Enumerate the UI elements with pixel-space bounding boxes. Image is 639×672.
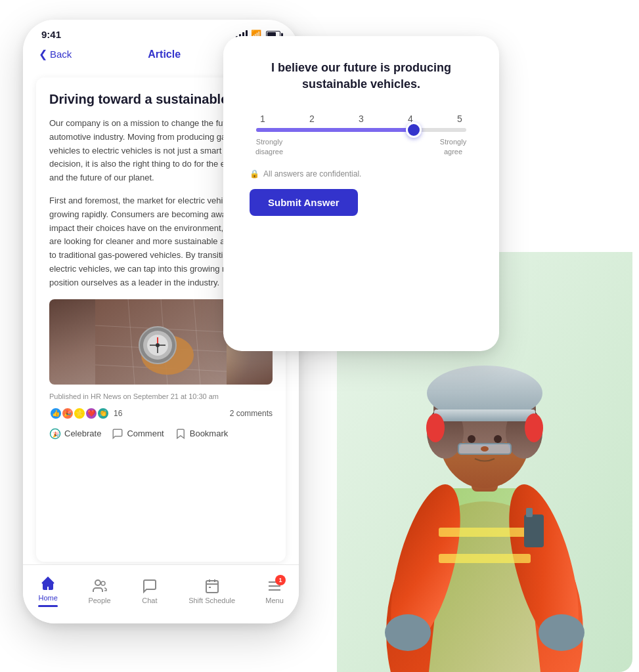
home-icon — [39, 575, 56, 592]
bottom-nav: Home People — [23, 564, 299, 623]
reaction-fire: 🎉 — [61, 407, 74, 420]
comment-count: 2 comments — [230, 409, 273, 418]
nav-item-home[interactable]: Home — [38, 575, 58, 607]
article-meta: Published in HR News on September 21 at … — [49, 392, 273, 400]
nav-item-people[interactable]: People — [88, 578, 110, 604]
svg-text:🎉: 🎉 — [53, 430, 60, 438]
svg-point-18 — [468, 435, 475, 443]
chat-icon — [141, 578, 158, 595]
svg-rect-14 — [434, 410, 535, 421]
svg-point-40 — [156, 343, 160, 347]
scale-label-min: Strongly disagree — [250, 137, 289, 156]
comment-icon — [112, 428, 123, 440]
reaction-badges: 👍 🎉 ⭐ ❤️ 👏 — [49, 407, 110, 420]
survey-slider-track[interactable] — [256, 128, 466, 132]
scale-num-2: 2 — [305, 114, 319, 124]
nav-active-indicator — [38, 605, 58, 607]
back-label: Back — [50, 49, 72, 60]
nav-shift-label: Shift Schedule — [188, 597, 235, 604]
scale-num-5: 5 — [453, 114, 466, 124]
back-button[interactable]: ❮ Back — [39, 48, 72, 60]
svg-rect-21 — [439, 528, 531, 537]
svg-point-43 — [95, 580, 100, 585]
slider-fill — [256, 128, 414, 132]
svg-point-44 — [101, 581, 105, 585]
status-time: 9:41 — [41, 29, 61, 40]
scale-numbers: 1 2 3 4 5 — [250, 114, 473, 124]
scale-num-1: 1 — [256, 114, 269, 124]
nav-item-shift[interactable]: Shift Schedule — [188, 578, 235, 604]
nav-item-chat[interactable]: Chat — [141, 578, 158, 604]
shift-schedule-icon — [204, 578, 221, 595]
comment-label: Comment — [127, 429, 164, 438]
scene: I believe our future is producing sustai… — [0, 0, 639, 672]
celebrate-icon: 🎉 — [49, 428, 61, 440]
menu-icon: 1 — [266, 578, 283, 595]
people-icon — [91, 578, 108, 595]
scale-num-3: 3 — [355, 114, 368, 124]
svg-rect-24 — [526, 508, 533, 517]
bookmark-label: Bookmark — [190, 429, 229, 438]
svg-point-6 — [539, 614, 584, 651]
reaction-heart: ❤️ — [85, 407, 98, 420]
bookmark-button[interactable]: Bookmark — [175, 428, 229, 440]
slider-thumb[interactable] — [406, 122, 422, 138]
survey-question: I believe our future is producing sustai… — [250, 60, 473, 93]
svg-point-20 — [481, 446, 489, 452]
reaction-like: 👍 — [49, 407, 62, 420]
actions-row: 🎉 Celebrate Comment — [49, 428, 273, 440]
svg-rect-22 — [439, 554, 531, 563]
nav-menu-label: Menu — [265, 597, 284, 604]
reactions-row: 👍 🎉 ⭐ ❤️ 👏 16 2 comments — [49, 407, 273, 420]
reaction-extra: 👏 — [97, 407, 110, 420]
scale-labels: Strongly disagree Strongly agree — [250, 137, 473, 156]
svg-point-19 — [494, 435, 502, 443]
chevron-left-icon: ❮ — [39, 48, 47, 60]
svg-point-15 — [426, 413, 445, 442]
nav-item-menu[interactable]: 1 Menu — [265, 578, 284, 604]
reaction-count: 16 — [114, 409, 122, 418]
celebrate-label: Celebrate — [64, 429, 101, 438]
confidential-text: All answers are confidential. — [263, 169, 361, 178]
submit-answer-button[interactable]: Submit Answer — [250, 189, 358, 216]
svg-point-16 — [525, 413, 543, 442]
survey-card: I believe our future is producing sustai… — [223, 36, 499, 351]
lock-icon: 🔒 — [250, 169, 259, 178]
bookmark-icon — [175, 428, 187, 440]
reaction-star: ⭐ — [73, 407, 86, 420]
confidential-note: 🔒 All answers are confidential. — [250, 169, 473, 178]
svg-rect-45 — [206, 581, 218, 593]
svg-point-5 — [385, 614, 431, 651]
nav-chat-label: Chat — [142, 597, 157, 604]
menu-notification-badge: 1 — [275, 575, 286, 585]
celebrate-button[interactable]: 🎉 Celebrate — [49, 428, 101, 440]
scale-label-max: Strongly agree — [433, 137, 473, 156]
svg-rect-23 — [524, 514, 544, 547]
comment-button[interactable]: Comment — [112, 428, 164, 440]
nav-home-label: Home — [38, 594, 57, 602]
nav-people-label: People — [88, 597, 110, 604]
